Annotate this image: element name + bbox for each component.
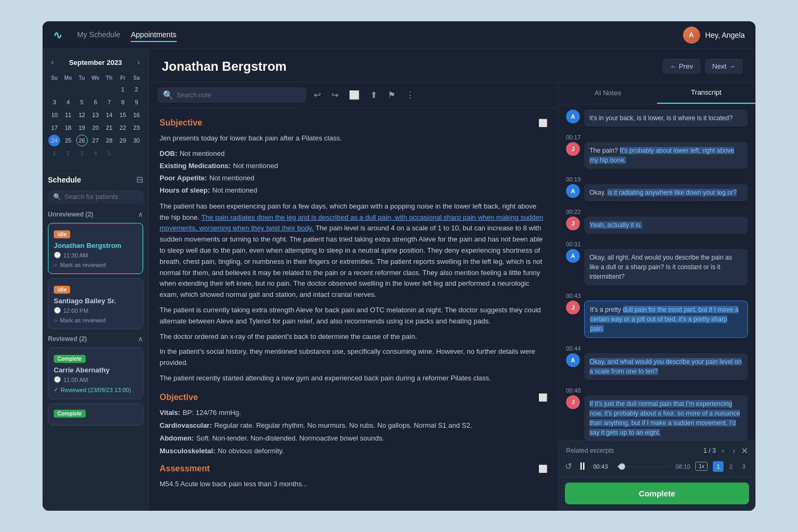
calendar-header: ‹ September 2023 › xyxy=(48,56,143,68)
cal-day-26-selected[interactable]: 26 xyxy=(76,135,88,146)
excerpt-next-btn[interactable]: › xyxy=(730,445,738,456)
day-header-mo: Mo xyxy=(62,73,75,82)
cal-day-25[interactable]: 25 xyxy=(62,135,74,146)
prev-button[interactable]: ← Prev xyxy=(662,59,700,74)
more-button[interactable]: ⋮ xyxy=(403,88,418,102)
cal-day-15[interactable]: 15 xyxy=(117,109,129,121)
cal-day-empty2 xyxy=(117,147,129,159)
subjective-para5: The patient recently started attending a… xyxy=(160,373,547,384)
assessment-copy-icon[interactable]: ⬜ xyxy=(538,464,547,473)
cal-day-next-4[interactable]: 4 xyxy=(89,147,101,159)
clock-icon-3: 🕐 xyxy=(54,376,61,383)
day-header-th: Th xyxy=(103,73,116,82)
pause-button[interactable]: ⏸ xyxy=(577,460,588,472)
cal-day-empty3 xyxy=(131,147,143,159)
flag-button[interactable]: ⚑ xyxy=(385,88,398,102)
cal-day-19[interactable]: 19 xyxy=(76,122,88,134)
copy-button[interactable]: ⬜ xyxy=(346,88,363,102)
cal-day-21[interactable]: 21 xyxy=(103,122,115,134)
objective-title: Objective ⬜ xyxy=(160,393,547,402)
progress-bar[interactable] xyxy=(618,466,670,468)
cal-day-7[interactable]: 7 xyxy=(103,96,115,108)
cal-day-9[interactable]: 9 xyxy=(131,96,143,108)
appetite-value: Not mentioned xyxy=(210,174,255,182)
cal-day-28[interactable]: 28 xyxy=(103,135,115,146)
cal-day-6[interactable]: 6 xyxy=(89,96,101,108)
page-num-badges: 1 2 3 xyxy=(713,461,749,472)
cal-day-12[interactable]: 12 xyxy=(76,109,88,121)
transcript-bubble-7: J If it's just the dull normal pain that… xyxy=(566,395,748,440)
mark-reviewed-jonathan[interactable]: ○ Mark as reviewed xyxy=(54,262,137,268)
cal-day-20[interactable]: 20 xyxy=(89,122,101,134)
cal-day-next-1[interactable]: 1 xyxy=(48,147,60,159)
transcript-entry-1: 00:17 J The pain? It's probably about lo… xyxy=(566,134,748,169)
avatar-3: J xyxy=(566,217,580,230)
complete-button[interactable]: Complete xyxy=(565,483,749,504)
cal-day-next-3[interactable]: 3 xyxy=(76,147,88,159)
toolbar-search-input[interactable] xyxy=(177,92,301,99)
nav-my-schedule[interactable]: My Schedule xyxy=(77,28,120,42)
cal-day-11[interactable]: 11 xyxy=(62,109,74,121)
assessment-title: Assessment ⬜ xyxy=(160,464,547,473)
patient-time-jonathan: 🕐 11:30 AM xyxy=(54,252,137,259)
patient-search-bar[interactable]: 🔍 xyxy=(48,190,143,204)
next-button[interactable]: Next → xyxy=(705,59,743,74)
mark-reviewed-santiago[interactable]: ○ Mark as reviewed xyxy=(54,317,137,323)
tab-transcript[interactable]: Transcript xyxy=(657,82,755,104)
cal-day-3[interactable]: 3 xyxy=(48,96,60,108)
cal-day-18[interactable]: 18 xyxy=(62,122,74,134)
cal-day-1[interactable]: 1 xyxy=(117,84,129,95)
page-badge-2[interactable]: 2 xyxy=(726,461,736,472)
cal-day-4[interactable]: 4 xyxy=(62,96,74,108)
toolbar-search[interactable]: 🔍 xyxy=(157,87,306,103)
cardio-label: Cardiovascular: xyxy=(160,421,212,429)
patient-card-santiago[interactable]: Idle Santiago Bailey Sr. 🕐 12:00 PM ○ Ma… xyxy=(48,278,143,329)
circle-icon-1: ○ xyxy=(54,262,57,268)
upload-button[interactable]: ⬆ xyxy=(367,88,380,102)
cal-day-23[interactable]: 23 xyxy=(131,122,143,134)
nav-appointments[interactable]: Appointments xyxy=(131,28,177,42)
calendar-next-btn[interactable]: › xyxy=(134,56,143,68)
page-badge-1[interactable]: 1 xyxy=(713,461,724,472)
content-area: 🔍 ↩ ↪ ⬜ ⬆ ⚑ ⋮ Subjective xyxy=(149,82,755,511)
cal-day-next-2[interactable]: 2 xyxy=(62,147,74,159)
tab-ai-notes[interactable]: AI Notes xyxy=(559,82,657,104)
schedule-icon: ⊟ xyxy=(136,174,143,185)
cal-day-10[interactable]: 10 xyxy=(48,109,60,121)
cal-day-13[interactable]: 13 xyxy=(89,109,101,121)
subjective-para2: The patient is currently taking extra st… xyxy=(160,305,547,327)
cal-day-16[interactable]: 16 xyxy=(131,109,143,121)
patient-search-input[interactable] xyxy=(64,193,138,201)
reviewed-group-title: Reviewed (2) xyxy=(48,335,87,343)
rewind-button[interactable]: ↺ xyxy=(565,461,572,471)
search-icon: 🔍 xyxy=(53,193,61,201)
objective-copy-icon[interactable]: ⬜ xyxy=(538,393,547,402)
t-time-6: 00:44 xyxy=(566,345,748,352)
reviewed-collapse-icon[interactable]: ∧ xyxy=(138,335,143,343)
page-badge-3[interactable]: 3 xyxy=(738,461,749,472)
excerpt-prev-btn[interactable]: ‹ xyxy=(719,445,727,456)
cal-day-29[interactable]: 29 xyxy=(117,135,129,146)
cal-day-17[interactable]: 17 xyxy=(48,122,60,134)
top-nav: ∿ My Schedule Appointments A Hey, Angela xyxy=(43,21,755,49)
cal-day-30[interactable]: 30 xyxy=(131,135,143,146)
speed-button[interactable]: 1x xyxy=(695,462,708,471)
undo-button[interactable]: ↩ xyxy=(311,88,324,102)
redo-button[interactable]: ↪ xyxy=(328,88,342,102)
subjective-copy-icon[interactable]: ⬜ xyxy=(538,119,547,127)
patient-card-reviewed-2[interactable]: Complete xyxy=(48,403,143,426)
cal-day-27[interactable]: 27 xyxy=(89,135,101,146)
patient-card-jonathan[interactable]: Idle Jonathan Bergstrom 🕐 11:30 AM ○ Mar… xyxy=(48,223,143,274)
excerpt-close-btn[interactable]: ✕ xyxy=(741,446,748,456)
cal-day-5[interactable]: 5 xyxy=(76,96,88,108)
cal-day-8[interactable]: 8 xyxy=(117,96,129,108)
player-controls: ↺ ⏸ 00:43 08:10 1x 1 2 xyxy=(565,460,749,472)
cal-day-24-today[interactable]: 24 xyxy=(48,135,60,146)
cal-day-14[interactable]: 14 xyxy=(103,109,115,121)
cal-day-next-5[interactable]: 5 xyxy=(103,147,115,159)
calendar-prev-btn[interactable]: ‹ xyxy=(48,56,57,68)
patient-card-carrie[interactable]: Complete Carrie Abernathy 🕐 11:00 AM ✓ R… xyxy=(48,347,143,399)
cal-day-22[interactable]: 22 xyxy=(117,122,129,134)
unreviewed-collapse-icon[interactable]: ∧ xyxy=(138,210,143,219)
cal-day-2[interactable]: 2 xyxy=(131,84,143,95)
